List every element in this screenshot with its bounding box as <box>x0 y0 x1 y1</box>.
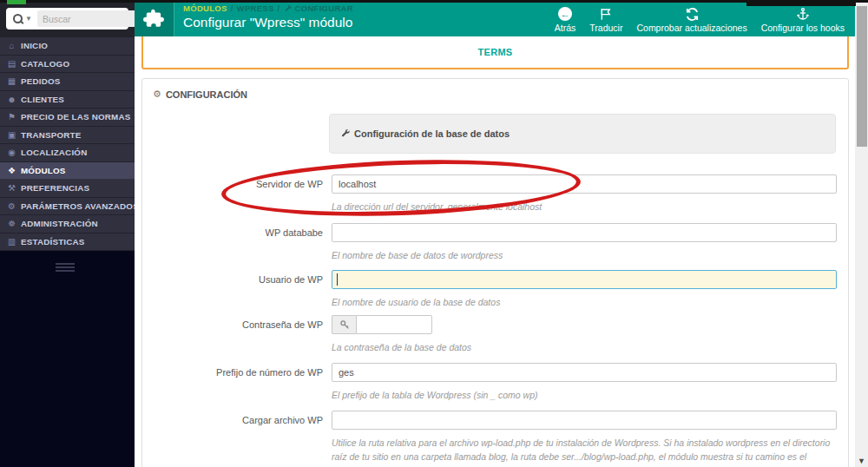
field-help: El nombre de usuario de la base de datos <box>332 296 837 310</box>
top-black-strip-right <box>746 0 856 6</box>
breadcrumb-wpress[interactable]: WPRESS <box>237 3 274 13</box>
db-config-section-header: Configuración de la base de datos <box>329 114 836 154</box>
sidebar-item-clientes[interactable]: ☻CLIENTES <box>0 91 135 109</box>
flag-icon <box>599 7 613 21</box>
tags-icon: ⚑ <box>5 112 18 122</box>
cargar-archivo-wp-input[interactable] <box>332 411 837 430</box>
form-row-usuario: Usuario de WP El nombre de usuario de la… <box>142 270 837 310</box>
form-row-prefijo: Prefijo de número de WP El prefijo de la… <box>142 363 837 403</box>
sidebar-item-transporte[interactable]: ▣TRANSPORTE <box>0 127 135 145</box>
sidebar-item-pedidos[interactable]: ▦PEDIDOS <box>0 73 135 91</box>
field-help: La dirección url del servidor, generalme… <box>332 201 837 214</box>
sidebar-item-localizacion[interactable]: ◉LOCALIZACIÓN <box>0 144 135 162</box>
back-arrow-icon: ← <box>558 7 572 21</box>
servidor-wp-input[interactable] <box>332 174 837 194</box>
search-box[interactable]: ▼ <box>6 8 128 30</box>
refresh-icon <box>685 7 700 22</box>
sidebar-item-preferencias[interactable]: ⚒PREFERENCIAS <box>0 180 135 198</box>
module-puzzle-badge <box>135 0 174 36</box>
terms-panel: TERMS <box>141 36 849 69</box>
prefijo-wp-input[interactable] <box>332 363 837 382</box>
gear-icon: ☸ <box>5 219 18 228</box>
sidebar-item-precio-normas[interactable]: ⚑PRECIO DE LAS NORMAS <box>0 109 135 127</box>
anchor-icon <box>796 7 810 21</box>
puzzle-icon: ❖ <box>5 166 18 175</box>
sidebar: ▼ ⌂INICIO ▤CATALOGO ▦PEDIDOS ☻CLIENTES ⚑… <box>0 0 135 467</box>
gears-icon: ⚙ <box>5 201 18 211</box>
header-text: MÓDULOS / WPRESS / CONFIGURAR Configurar… <box>174 0 353 36</box>
top-black-strip <box>0 0 868 3</box>
field-label: Servidor de WP <box>142 174 332 214</box>
form-row-servidor: Servidor de WP La dirección url del serv… <box>142 174 837 214</box>
breadcrumb-modulos[interactable]: MÓDULOS <box>183 3 227 13</box>
wrench-icon: ⚒ <box>5 183 18 193</box>
sidebar-item-estadisticas[interactable]: ▥ESTADÍSTICAS <box>0 234 135 252</box>
gears-icon: ⚙ <box>153 89 161 100</box>
home-icon: ⌂ <box>5 41 18 50</box>
wrench-icon <box>340 128 351 139</box>
back-button[interactable]: ← Atrás <box>555 6 576 33</box>
book-icon: ▤ <box>5 59 18 69</box>
puzzle-icon <box>143 7 166 30</box>
field-help: El prefijo de la tabla de Wordpress (sin… <box>332 389 837 403</box>
sidebar-item-administracion[interactable]: ☸ADMINISTRACIÓN <box>0 215 135 234</box>
wp-database-input[interactable] <box>332 223 837 242</box>
sidebar-menu: ⌂INICIO ▤CATALOGO ▦PEDIDOS ☻CLIENTES ⚑PR… <box>0 37 135 251</box>
usuario-wp-input[interactable] <box>332 270 837 289</box>
scrollbar-thumb[interactable] <box>857 6 867 147</box>
sidebar-collapse-handle[interactable] <box>56 263 75 273</box>
vertical-scrollbar[interactable]: ▼ <box>855 0 868 467</box>
main-content: TERMS ⚙ CONFIGURACIÓN Configuración de l… <box>135 36 855 467</box>
sidebar-search-area: ▼ <box>0 0 135 37</box>
users-icon: ☻ <box>5 95 18 104</box>
field-help: El nombre de base de datos de wordpress <box>332 249 837 263</box>
green-accent-tab <box>7 0 26 4</box>
field-label: Usuario de WP <box>142 270 332 310</box>
sidebar-item-parametros-avanzados[interactable]: ⚙PARÁMETROS AVANZADOS <box>0 198 135 216</box>
contrasena-wp-input[interactable] <box>356 315 432 334</box>
translate-button[interactable]: Traducir <box>589 6 622 33</box>
field-help: Utilice la ruta relativa para el archivo… <box>332 437 837 467</box>
wrench-icon <box>284 4 293 13</box>
text-caret <box>337 273 338 286</box>
sidebar-item-catalogo[interactable]: ▤CATALOGO <box>0 56 135 74</box>
form-row-cargar-archivo: Cargar archivo WP Utilice la ruta relati… <box>142 411 837 467</box>
chart-icon: ▥ <box>5 237 18 247</box>
field-help: La contraseña de la base de datos <box>332 341 837 355</box>
field-label: WP databa​be <box>142 223 332 263</box>
terms-link[interactable]: TERMS <box>478 47 513 57</box>
key-icon <box>332 315 356 334</box>
search-icon <box>13 14 23 23</box>
breadcrumb-configurar[interactable]: CONFIGURAR <box>284 3 353 13</box>
sidebar-item-modulos[interactable]: ❖MÓDULOS <box>0 162 135 181</box>
scroll-down-arrow[interactable]: ▼ <box>855 457 868 465</box>
check-updates-button[interactable]: Comprobar actualizaciones <box>636 6 746 33</box>
page-title: Configurar "Wpress" módulo <box>183 15 353 30</box>
form-row-database: WP databa​be El nombre de base de datos … <box>142 223 837 263</box>
form-row-contrasena: Contraseña de WP La contraseña de la bas… <box>142 315 837 355</box>
field-label: Cargar archivo WP <box>142 411 332 467</box>
search-scope-dropdown[interactable]: ▼ <box>6 14 37 23</box>
sidebar-item-inicio[interactable]: ⌂INICIO <box>0 37 135 56</box>
field-label: Contraseña de WP <box>142 315 332 355</box>
globe-icon: ◉ <box>5 148 18 157</box>
panel-title: ⚙ CONFIGURACIÓN <box>142 79 848 109</box>
configure-hooks-button[interactable]: Configurar los hooks <box>761 6 845 33</box>
credit-card-icon: ▦ <box>5 76 18 86</box>
field-label: Prefijo de número de WP <box>142 363 332 403</box>
configuration-panel: ⚙ CONFIGURACIÓN Configuración de la base… <box>141 78 849 467</box>
chevron-down-icon: ▼ <box>25 16 32 23</box>
breadcrumb: MÓDULOS / WPRESS / CONFIGURAR <box>183 3 353 13</box>
truck-icon: ▣ <box>5 130 18 140</box>
